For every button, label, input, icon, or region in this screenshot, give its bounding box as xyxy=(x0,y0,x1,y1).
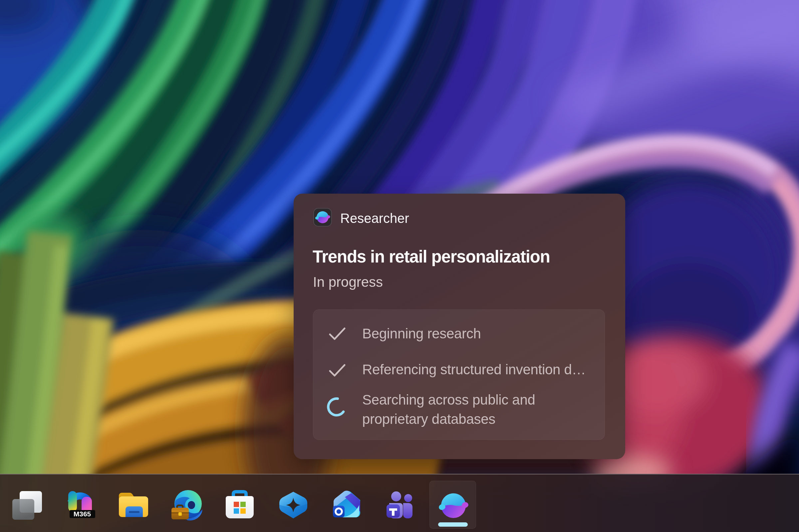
svg-text:M365: M365 xyxy=(74,510,91,518)
